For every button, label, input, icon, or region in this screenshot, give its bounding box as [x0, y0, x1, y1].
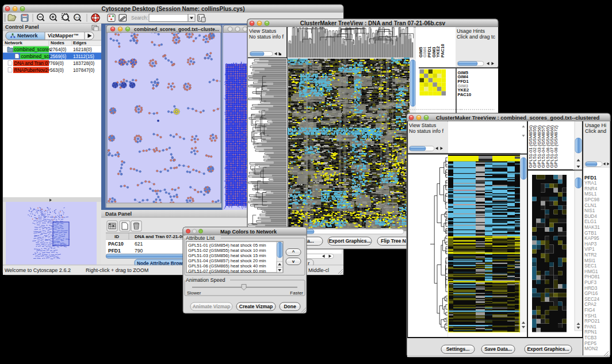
svg-text:Create Vizmap: Create Vizmap — [239, 304, 273, 309]
svg-text:GPI16: GPI16 — [584, 291, 598, 296]
svg-text:Search:: Search: — [131, 15, 148, 21]
svg-text:DNA and Tran 07-21-06: DNA and Tran 07-21-06 — [135, 234, 185, 239]
svg-text:Export Graphics...: Export Graphics... — [328, 238, 370, 244]
svg-text:MSI1: MSI1 — [584, 258, 596, 263]
svg-text:GPL51-03 (GSM856) heat shock 1: GPL51-03 (GSM856) heat shock 15 min — [188, 253, 266, 258]
svg-text:Usage Hints: Usage Hints — [457, 28, 485, 34]
svg-text:16218(0): 16218(0) — [73, 47, 92, 52]
svg-text:Network: Network — [5, 40, 22, 45]
svg-text:No status info f: No status info f — [249, 34, 284, 40]
svg-text:ID: ID — [114, 234, 119, 239]
svg-text:Right-click + drag to ZOOM: Right-click + drag to ZOOM — [86, 267, 148, 273]
svg-text:PAC10: PAC10 — [108, 241, 124, 247]
svg-text:GPL51-01 (GSM854) heat shock 0: GPL51-01 (GSM854) heat shock 05 min — [188, 243, 266, 248]
svg-text:Attribute List: Attribute List — [186, 235, 215, 241]
svg-text:Slower: Slower — [187, 290, 201, 296]
svg-text:Middle-cl: Middle-cl — [308, 267, 329, 273]
svg-text:Click and drag tc: Click and drag tc — [457, 34, 496, 40]
svg-text:Edges: Edges — [73, 40, 87, 45]
svg-text:PAC10: PAC10 — [458, 92, 472, 97]
svg-text:769(0): 769(0) — [50, 61, 64, 66]
svg-text:combined_scores_good.txt--clus: combined_scores_good.txt--cluste... — [134, 26, 219, 32]
svg-text:combined_scores: combined_scores — [14, 47, 51, 52]
svg-text:Network: Network — [17, 33, 39, 39]
svg-text:PAC10: PAC10 — [440, 44, 445, 58]
svg-text:Cytoscape Desktop (Session Nam: Cytoscape Desktop (Session Name: collins… — [102, 6, 245, 12]
svg-text:SPC98: SPC98 — [584, 197, 599, 202]
svg-text:RPN1: RPN1 — [584, 329, 597, 335]
svg-text:SEC1: SEC1 — [584, 263, 597, 269]
svg-text:PEP5: PEP5 — [584, 341, 596, 346]
svg-text:GTB1: GTB1 — [584, 231, 597, 236]
svg-text:ClusterMaker TreeView : DNA an: ClusterMaker TreeView : DNA and Tran 07-… — [300, 20, 446, 26]
svg-text:combined_sco: combined_sco — [21, 54, 52, 59]
svg-text:HAP3: HAP3 — [584, 242, 597, 247]
svg-text:No status info f: No status info f — [409, 128, 444, 134]
svg-text:^: ^ — [292, 250, 295, 255]
svg-text:FIG4: FIG4 — [584, 308, 595, 313]
svg-text:RNAPuberNov2+: RNAPuberNov2+ — [14, 68, 51, 73]
svg-text:Faster: Faster — [290, 290, 303, 296]
svg-text:HRD3: HRD3 — [584, 286, 598, 291]
svg-text:View Status: View Status — [409, 122, 437, 128]
svg-text:183728(0): 183728(0) — [73, 61, 95, 66]
svg-text:107847(0): 107847(0) — [73, 68, 95, 73]
svg-text:YSH1: YSH1 — [584, 313, 597, 319]
svg-text:View Status: View Status — [249, 28, 277, 34]
svg-text:MAK31: MAK31 — [584, 225, 600, 230]
svg-text:2764(0): 2764(0) — [50, 47, 66, 52]
svg-text:Settings...: Settings... — [446, 346, 470, 352]
svg-text:Map Colors to Network: Map Colors to Network — [220, 229, 277, 235]
svg-text:790: 790 — [135, 248, 143, 254]
svg-text:Flip Tree N: Flip Tree N — [381, 238, 406, 244]
svg-text:HMG1: HMG1 — [584, 269, 598, 274]
svg-text:Export Graphics...: Export Graphics... — [527, 346, 569, 352]
svg-text:NTR2: NTR2 — [584, 252, 597, 258]
svg-text:1:1: 1:1 — [75, 16, 79, 19]
svg-text:YRA1: YRA1 — [584, 181, 597, 186]
svg-text:Animate Vizmap: Animate Vizmap — [193, 304, 231, 309]
svg-text:SEC24: SEC24 — [584, 297, 599, 302]
svg-text:PAN1: PAN1 — [584, 324, 596, 329]
svg-text:BUD4: BUD4 — [584, 214, 597, 219]
svg-text:GPL51-07 (GSM868) heat shock 6: GPL51-07 (GSM868) heat shock 60 min — [188, 269, 266, 274]
svg-text:563(0): 563(0) — [50, 68, 64, 73]
svg-text:PHO81: PHO81 — [584, 274, 600, 279]
svg-text:2569(6): 2569(6) — [50, 54, 66, 59]
svg-text:CLN1: CLN1 — [584, 203, 596, 208]
svg-text:Control Panel: Control Panel — [5, 24, 39, 30]
svg-text:ELG1: ELG1 — [584, 219, 596, 224]
svg-text:Animation Speed: Animation Speed — [186, 277, 225, 283]
svg-text:RPO21: RPO21 — [584, 319, 600, 324]
svg-text:GPL51-08 (GSM872): GPL51-08 (GSM872) — [553, 125, 559, 168]
svg-text:GPL51-04 (GSM857) heat shock 2: GPL51-04 (GSM857) heat shock 20 min — [188, 258, 266, 263]
svg-text:ClusterMaker TreeView : combin: ClusterMaker TreeView : combined_scores_… — [436, 114, 600, 121]
svg-text:VIP1: VIP1 — [584, 247, 595, 252]
svg-text:CPA2: CPA2 — [584, 302, 596, 307]
svg-text:DNA and Tran 07: DNA and Tran 07 — [14, 61, 51, 66]
svg-text:Usage Hi: Usage Hi — [585, 122, 606, 128]
svg-text:KAP95: KAP95 — [584, 236, 599, 241]
svg-text:Click and: Click and — [585, 128, 606, 134]
svg-text:v: v — [292, 259, 295, 264]
svg-text:PFD1: PFD1 — [108, 248, 121, 254]
svg-text:GPL51-06 (GSM865) heat shock 4: GPL51-06 (GSM865) heat shock 40 min — [188, 263, 266, 269]
svg-text:Data Panel: Data Panel — [105, 211, 132, 217]
svg-text:TCB3: TCB3 — [584, 335, 596, 340]
svg-text:PFD1: PFD1 — [584, 175, 596, 181]
svg-text:NIS1: NIS1 — [584, 208, 595, 213]
svg-text:PUF3: PUF3 — [584, 280, 596, 285]
svg-text:MON2: MON2 — [584, 346, 598, 351]
svg-text:GPL51-02 (GSM855) heat shock 1: GPL51-02 (GSM855) heat shock 10 min — [188, 248, 266, 253]
svg-text:Done: Done — [284, 304, 296, 309]
svg-text:Welcome to Cytoscape 2.6.2: Welcome to Cytoscape 2.6.2 — [5, 267, 71, 273]
svg-text:Save Data...: Save Data... — [484, 346, 512, 352]
svg-text:621: 621 — [135, 241, 143, 247]
svg-text:VizMapper™: VizMapper™ — [48, 33, 79, 39]
svg-text:13112(15): 13112(15) — [73, 54, 94, 59]
svg-text:MSL1: MSL1 — [584, 191, 597, 197]
svg-text:Nodes: Nodes — [51, 40, 64, 45]
svg-text:RNR4: RNR4 — [584, 186, 598, 191]
